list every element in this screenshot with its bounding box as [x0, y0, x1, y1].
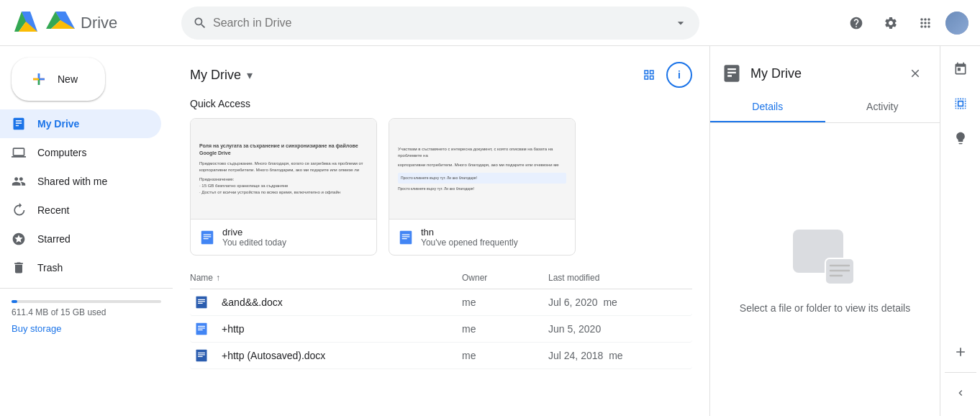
apps-icon-btn[interactable] [911, 9, 940, 37]
sidebar-item-computers-label: Computers [37, 147, 86, 158]
file-name-1: &and&&.docx [222, 297, 462, 308]
docs-icon-thn [398, 230, 414, 245]
storage-text: 611.4 MB of 15 GB used [12, 307, 161, 317]
keep-icon-btn[interactable] [946, 124, 975, 153]
search-dropdown-icon[interactable] [673, 16, 688, 30]
card-sub-thn: You've opened frequently [421, 238, 566, 248]
svg-rect-15 [204, 236, 212, 237]
file-name-2: +http [222, 323, 462, 335]
svg-rect-27 [198, 327, 205, 328]
svg-rect-16 [204, 238, 209, 238]
recent-icon [12, 203, 26, 217]
drive-logo-icon [12, 9, 40, 37]
col-name-header[interactable]: Name ↑ [190, 273, 462, 283]
panel-hint-text: Select a file or folder to view its deta… [740, 302, 910, 314]
svg-rect-18 [402, 234, 410, 235]
quick-card-drive[interactable]: Роля на услугата за съхранение и синхрон… [190, 118, 377, 256]
user-avatar[interactable] [945, 12, 968, 35]
file-list: Name ↑ Owner Last modified &and&&.do [173, 267, 709, 369]
svg-rect-17 [400, 230, 412, 243]
search-input[interactable] [207, 17, 673, 30]
file-name-3: +http (Autosaved).docx [222, 350, 462, 361]
starred-icon [12, 232, 26, 246]
header: Drive [0, 0, 980, 46]
new-label: New [58, 73, 78, 85]
svg-rect-29 [196, 350, 207, 362]
calendar-icon-btn[interactable] [946, 55, 975, 83]
panel-title: My Drive [750, 66, 894, 81]
panel-drive-icon [722, 63, 742, 83]
file-icon-2 [190, 322, 213, 336]
sidebar-item-recent-label: Recent [37, 204, 69, 216]
file-row-2[interactable]: +http me Jun 5, 2020 [190, 316, 692, 343]
docs-icon-drive [199, 230, 215, 245]
sidebar-item-trash[interactable]: Trash [0, 253, 161, 282]
breadcrumb-dropdown-icon[interactable]: ▾ [247, 68, 253, 82]
sidebar-item-my-drive-label: My Drive [37, 118, 79, 130]
sidebar-item-starred-label: Starred [37, 233, 71, 245]
svg-rect-21 [196, 297, 207, 309]
sidebar-item-recent[interactable]: Recent [0, 196, 161, 225]
sidebar-divider [0, 288, 173, 289]
grid-view-btn[interactable] [635, 60, 663, 89]
card-name-drive: drive [222, 227, 368, 238]
svg-rect-30 [198, 353, 205, 353]
file-modified-1: Jul 6, 2020 me [548, 297, 692, 308]
quick-card-thn-footer: thn You've opened frequently [389, 220, 575, 255]
panel-empty-icon [789, 226, 861, 291]
card-name-thn: thn [421, 227, 566, 238]
drive-logo [46, 9, 75, 37]
quick-card-thn-preview: Участвам в съставянето с интересна докум… [389, 119, 575, 220]
add-apps-btn[interactable] [946, 338, 975, 366]
quick-card-drive-preview: Роля на услугата за съхранение и синхрон… [191, 119, 376, 220]
right-panel: My Drive Details Activity [709, 46, 940, 416]
logo-area: Drive [12, 9, 170, 37]
quick-card-thn[interactable]: Участвам в съставянето с интересна докум… [389, 118, 576, 256]
file-owner-3: me [462, 350, 548, 361]
sidebar-item-shared-with-me[interactable]: Shared with me [0, 167, 161, 196]
new-plus-icon [29, 69, 49, 89]
svg-rect-22 [198, 299, 205, 300]
main-content: My Drive ▾ i Quick Access [173, 46, 709, 416]
file-row-1[interactable]: &and&&.docx me Jul 6, 2020 me [190, 289, 692, 316]
svg-rect-31 [198, 354, 205, 355]
storage-bar-fill [12, 300, 17, 303]
file-icon-3 [190, 348, 213, 363]
content-area: My Drive ▾ i Quick Access [173, 46, 980, 416]
sidebar: New My Drive Computers Shared with me [0, 46, 173, 416]
search-icon [193, 16, 207, 30]
expand-edge-btn[interactable] [946, 379, 975, 407]
panel-tab-details[interactable]: Details [710, 92, 825, 122]
file-row-3[interactable]: +http (Autosaved).docx me Jul 24, 2018 m… [190, 343, 692, 369]
file-list-header: Name ↑ Owner Last modified [190, 267, 692, 289]
quick-card-drive-footer: drive You edited today [191, 220, 376, 255]
col-owner-header: Owner [462, 273, 548, 283]
my-drive-icon [12, 117, 26, 131]
panel-body: Select a file or folder to view its deta… [710, 123, 940, 416]
tasks-icon-btn[interactable] [946, 89, 975, 118]
panel-tab-activity[interactable]: Activity [825, 92, 940, 122]
view-icons: i [635, 60, 692, 89]
file-owner-1: me [462, 297, 548, 308]
storage-bar-background [12, 300, 161, 303]
svg-rect-19 [402, 236, 410, 237]
card-info-drive: drive You edited today [222, 227, 368, 248]
file-owner-2: me [462, 323, 548, 335]
svg-rect-23 [198, 301, 205, 302]
sidebar-item-starred[interactable]: Starred [0, 225, 161, 253]
svg-rect-24 [198, 303, 203, 304]
file-modified-2: Jun 5, 2020 [548, 323, 692, 335]
svg-rect-26 [198, 326, 205, 327]
sidebar-item-my-drive[interactable]: My Drive [0, 109, 161, 138]
storage-section: 611.4 MB of 15 GB used Buy storage [0, 294, 173, 340]
new-button[interactable]: New [12, 58, 105, 101]
card-sub-drive: You edited today [222, 238, 368, 248]
support-icon-btn[interactable] [842, 9, 871, 37]
breadcrumb: My Drive ▾ [190, 68, 253, 83]
settings-icon-btn[interactable] [876, 9, 905, 37]
info-btn[interactable]: i [666, 62, 692, 88]
file-icon-1 [190, 295, 213, 309]
sidebar-item-computers[interactable]: Computers [0, 138, 161, 167]
buy-storage-link[interactable]: Buy storage [12, 323, 161, 334]
panel-close-btn[interactable] [902, 60, 928, 86]
